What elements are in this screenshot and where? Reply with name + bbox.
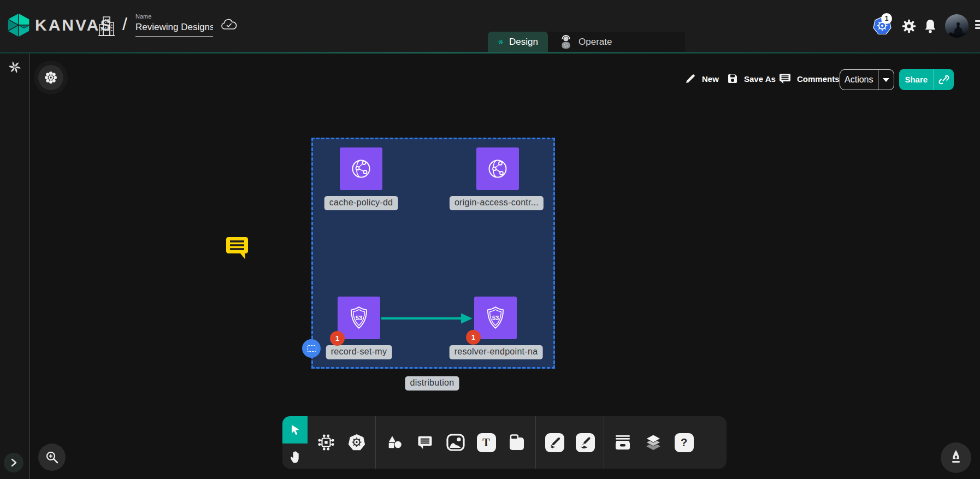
drawing-tools-group — [536, 416, 604, 469]
quick-settings-button[interactable] — [38, 65, 63, 90]
context-count-badge: 1 — [881, 13, 892, 24]
text-tool-box: T — [477, 433, 496, 452]
question-mark-glyph: ? — [681, 436, 687, 449]
actions-button[interactable]: Actions — [840, 69, 894, 90]
copy-link-button[interactable] — [934, 69, 954, 90]
pen-path-tool[interactable] — [539, 416, 570, 469]
archive-drawer-icon — [613, 434, 632, 451]
building-icon[interactable] — [98, 15, 115, 38]
mesh-components-tool[interactable] — [311, 416, 341, 469]
cache-policy-globe-icon — [348, 156, 374, 182]
header-accent-line — [0, 52, 980, 54]
comment-bubble-icon — [778, 73, 792, 85]
pen-path-icon — [548, 436, 562, 450]
magnifier-plus-icon — [45, 450, 59, 464]
breadcrumb-slash: / — [122, 14, 127, 34]
image-tool[interactable] — [440, 416, 471, 469]
pen-nib-icon — [949, 450, 963, 466]
layers-tool[interactable] — [638, 416, 669, 469]
save-as-button[interactable]: Save As — [727, 73, 776, 85]
cloud-sync-icon — [220, 17, 238, 32]
route53-shield-icon: 53 — [482, 304, 509, 332]
zoom-in-button[interactable] — [38, 443, 66, 471]
route53-number: 53 — [492, 315, 499, 321]
image-icon — [446, 433, 465, 452]
help-tool-box: ? — [675, 433, 694, 452]
freehand-draw-tool[interactable] — [570, 416, 600, 469]
tab-operate[interactable]: Operate — [549, 32, 622, 52]
card-panel-icon — [507, 434, 526, 451]
pencil-scribble-icon — [578, 436, 592, 450]
text-tool-glyph: T — [482, 436, 489, 449]
share-button[interactable]: Share — [899, 69, 954, 90]
utility-tools-group: ? — [604, 416, 702, 469]
marquee-icon — [307, 345, 316, 352]
shapes-icon — [386, 434, 403, 451]
node-origin-access[interactable] — [476, 147, 519, 190]
origin-access-globe-icon — [485, 156, 511, 182]
select-pan-column — [282, 416, 308, 469]
text-tool[interactable]: T — [471, 416, 501, 469]
node-record-set[interactable]: 53 — [338, 297, 380, 339]
node-label-cache-policy: cache-policy-dd — [324, 196, 398, 210]
user-avatar[interactable] — [945, 14, 969, 38]
flower-gear-icon — [44, 70, 58, 85]
name-field-label: Name — [135, 13, 213, 20]
new-button-label: New — [702, 74, 719, 84]
actions-button-label[interactable]: Actions — [840, 70, 878, 90]
settings-gear-icon[interactable] — [901, 19, 917, 34]
node-label-record-set: record-set-my — [326, 345, 392, 359]
pencil-tool-box — [576, 433, 595, 452]
new-button[interactable]: New — [684, 73, 719, 85]
node-label-resolver-endpoint: resolver-endpoint-na — [450, 345, 543, 359]
select-tool[interactable] — [282, 416, 308, 443]
help-tool[interactable]: ? — [669, 416, 699, 469]
annotation-tools-group: T — [376, 416, 535, 469]
comments-button-label: Comments — [797, 74, 840, 84]
group-select-handle[interactable] — [302, 339, 321, 358]
comments-button[interactable]: Comments — [778, 73, 840, 85]
tab-design[interactable]: Design — [488, 32, 548, 52]
design-name-input[interactable] — [135, 21, 213, 37]
drawer-tool[interactable] — [607, 416, 638, 469]
meshery-swirl-icon[interactable] — [8, 60, 22, 74]
avatar-image — [945, 14, 969, 38]
overflow-menu-icon[interactable] — [975, 20, 980, 32]
operate-person-icon — [559, 34, 573, 50]
actions-dropdown-button[interactable] — [878, 70, 894, 90]
comment-bubble-icon — [417, 435, 433, 450]
expand-sidebar-button[interactable] — [4, 453, 23, 472]
hand-icon — [288, 450, 302, 464]
node-badge-record-set: 1 — [330, 331, 345, 346]
kubernetes-components-tool[interactable] — [341, 416, 372, 469]
node-label-origin-access: origin-access-contr... — [450, 196, 544, 210]
share-button-label[interactable]: Share — [899, 69, 934, 90]
design-name-field: Name — [135, 13, 213, 37]
signature-pen-button[interactable] — [941, 442, 971, 473]
pencil-icon — [684, 73, 696, 85]
chip-icon — [317, 434, 335, 451]
route53-number: 53 — [356, 315, 363, 321]
pen-tool-box — [545, 433, 564, 452]
kanvas-logo[interactable]: KANVAS — [7, 13, 113, 38]
canvas-comment-marker[interactable] — [225, 235, 251, 261]
shapes-tool[interactable] — [379, 416, 410, 469]
link-icon — [938, 74, 949, 85]
comment-tool[interactable] — [410, 416, 440, 469]
card-tool[interactable] — [501, 416, 532, 469]
route53-shield-icon: 53 — [345, 304, 373, 332]
connection-arrow — [381, 311, 473, 326]
cursor-arrow-icon — [288, 423, 302, 436]
layers-icon — [644, 433, 663, 452]
kubernetes-context-button[interactable]: 1 — [872, 16, 892, 37]
pan-tool[interactable] — [282, 445, 308, 469]
save-floppy-icon — [727, 73, 739, 85]
infra-tools-group — [308, 416, 375, 469]
app-header: KANVAS / Name — [0, 0, 980, 52]
node-resolver-endpoint[interactable]: 53 — [474, 297, 517, 339]
design-swirl-icon — [498, 36, 504, 49]
node-cache-policy[interactable] — [340, 147, 382, 190]
notifications-bell-icon[interactable] — [923, 18, 938, 34]
kanvas-app: KANVAS / Name — [0, 0, 980, 479]
tab-design-label: Design — [509, 37, 538, 48]
